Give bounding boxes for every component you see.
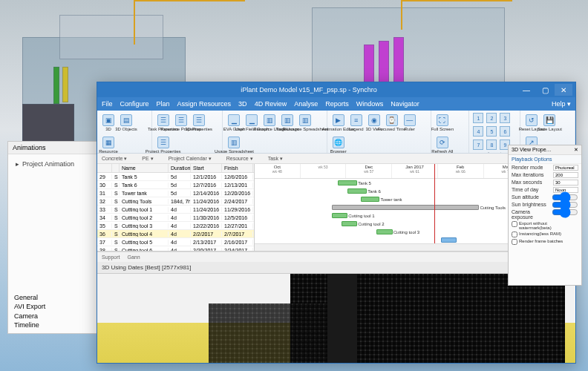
gantt-bar[interactable]: Tank 6: [347, 188, 367, 194]
gantt-bar[interactable]: Cutting tool 1: [332, 213, 348, 218]
3d-viewport[interactable]: [97, 274, 575, 363]
gantt-month: Jan 2017wk 61: [392, 164, 438, 178]
task-row[interactable]: 35SCutting tool 34d12/22/201612/27/201: [97, 222, 254, 230]
3d-view-properties-panel: 3D View Prope… ✕ Playback Options Render…: [508, 145, 582, 286]
task-row[interactable]: 38SCutting tool 64d2/20/20172/24/2017: [97, 246, 254, 251]
task-header[interactable]: Start: [191, 164, 222, 172]
task-header[interactable]: [112, 164, 120, 172]
props-title: 3D View Prope…: [512, 147, 552, 153]
ribbon-browser[interactable]: 🌐Browser: [330, 134, 347, 154]
gantt-bar[interactable]: Tank 5: [338, 180, 357, 186]
minimize-button[interactable]: —: [517, 84, 535, 96]
animations-title: Animations: [13, 144, 46, 151]
gantt-month: wk 53: [301, 164, 347, 178]
close-button[interactable]: ✕: [555, 84, 572, 96]
maximize-button[interactable]: ▢: [536, 84, 554, 96]
ribbon-usage-spreadsheet[interactable]: ▥Usage Spreadsheet: [226, 134, 242, 154]
layout-preset-2[interactable]: 2: [486, 113, 497, 123]
menu-3d[interactable]: 3D: [238, 100, 247, 108]
menu-file[interactable]: File: [102, 100, 113, 108]
subbar-concrete[interactable]: Concrete ▾: [102, 156, 127, 162]
prop-slider[interactable]: Camera exposure: [509, 209, 581, 220]
layout-preset-7[interactable]: 7: [473, 139, 483, 150]
task-table[interactable]: NameDurationStartFinish 29STank 55d12/1/…: [97, 164, 255, 251]
menu-reports[interactable]: Reports: [325, 100, 349, 108]
ribbon: ▣3D▤3D Objects▦ResourceCommon☰Task Prope…: [97, 111, 575, 154]
task-row[interactable]: 33SCutting tool 14d11/24/201611/29/2016: [97, 206, 254, 214]
task-row[interactable]: 36SCutting tool 44d2/2/20172/7/2017: [97, 230, 254, 238]
menu-plan[interactable]: Plan: [157, 100, 170, 108]
ribbon-focused-time[interactable]: ⌚Focused Time: [384, 112, 400, 133]
layout-preset-4[interactable]: 4: [473, 126, 483, 137]
subbar-task[interactable]: Task ▾: [268, 156, 283, 162]
layout-preset-6[interactable]: 6: [500, 126, 510, 137]
prop-checkbox[interactable]: Render frame batches: [509, 238, 581, 246]
titlebar: iPlant Demo Model v15_MF_psp.sp - Synchr…: [97, 82, 575, 97]
ribbon-3d-properties[interactable]: ☰3D Properties: [191, 112, 207, 133]
status-tab[interactable]: Gann: [128, 255, 140, 260]
gantt-bar[interactable]: Tower tank: [361, 197, 380, 202]
task-header[interactable]: Name: [120, 164, 169, 172]
gantt-bar[interactable]: Cutting tool 2: [342, 221, 358, 226]
3d-view-header: 3D Using Dates [Best] [2577x981] 📌 ▾ ✕: [97, 262, 575, 274]
window-title: iPlant Demo Model v15_MF_psp.sp - Synchr…: [100, 86, 517, 93]
task-header[interactable]: Finish: [222, 164, 253, 172]
ribbon-ruler[interactable]: —Ruler: [402, 112, 418, 133]
ribbon-resource[interactable]: ▦Resource: [100, 134, 117, 154]
context-bar: Concrete ▾PE ▾Project Calendar ▾Resource…: [97, 154, 575, 164]
gantt-bar[interactable]: Cutting Tools: [332, 205, 480, 210]
layout-preset-1[interactable]: 1: [473, 113, 483, 123]
ribbon-legend[interactable]: ≡Legend: [348, 112, 365, 133]
task-row[interactable]: 37SCutting tool 54d2/13/20172/16/2017: [97, 238, 254, 246]
ribbon-full-screen[interactable]: ⛶Full Screen: [434, 112, 451, 133]
subbar-resource[interactable]: Resource ▾: [226, 156, 253, 162]
main-window: iPlant Demo Model v15_MF_psp.sp - Synchr…: [97, 82, 576, 364]
props-section: Playback Options: [509, 155, 581, 164]
ribbon-save-layout[interactable]: 💾Save Layout: [541, 112, 558, 133]
menu-configure[interactable]: Configure: [120, 100, 149, 108]
menu-assign-resources[interactable]: Assign Resources: [177, 100, 232, 108]
gantt-month: Febwk 66: [438, 164, 484, 178]
ribbon-refresh-all[interactable]: ⟳Refresh All: [434, 134, 451, 154]
prop-checkbox[interactable]: Instancing(less RAM): [509, 231, 581, 238]
prop-field[interactable]: Max seconds30: [509, 179, 581, 186]
task-row[interactable]: 30STank 65d12/7/201612/13/201: [97, 181, 254, 189]
subbar-pe[interactable]: PE ▾: [142, 156, 153, 162]
gantt-status-bar: SupportGann: [97, 252, 575, 262]
ribbon-resource-spreadsheet[interactable]: ▥Resource Spreadsheet: [297, 112, 313, 133]
layout-preset-8[interactable]: 8: [486, 139, 497, 150]
task-header[interactable]: Duration: [169, 164, 191, 172]
prop-field[interactable]: Max iterations200: [509, 171, 581, 179]
task-row[interactable]: 34SCutting tool 24d11/30/201612/5/2016: [97, 214, 254, 222]
menubar: FileConfigurePlanAssign Resources3D4D Re…: [97, 97, 575, 111]
gantt-bar[interactable]: Cutting tool 3: [376, 229, 393, 234]
gantt-month: Decwk 57: [346, 164, 392, 178]
ribbon-project-properties[interactable]: ☰Project Properties: [155, 134, 172, 154]
chevron-right-icon: ▸: [16, 160, 19, 168]
ribbon-3d-objects[interactable]: ▤3D Objects: [118, 112, 134, 133]
gantt-month: Octwk 48: [255, 164, 301, 178]
task-gantt-row: NameDurationStartFinish 29STank 55d12/1/…: [97, 164, 575, 252]
menu-navigator[interactable]: Navigator: [391, 100, 419, 108]
task-header[interactable]: [97, 164, 112, 172]
menu-windows[interactable]: Windows: [356, 100, 384, 108]
prop-field[interactable]: Render modePhotoreal: [509, 164, 581, 171]
menu-analyse[interactable]: Analyse: [294, 100, 318, 108]
prop-checkbox[interactable]: Export without watermark(beta): [509, 220, 581, 231]
layout-preset-5[interactable]: 5: [486, 126, 497, 137]
ribbon-animation-editor[interactable]: ▶Animation Editor: [330, 112, 347, 133]
today-marker: [434, 164, 435, 251]
task-row[interactable]: 31STower tank5d12/14/201612/20/2016: [97, 189, 254, 197]
layout-preset-3[interactable]: 3: [500, 113, 510, 123]
menu-4d-review[interactable]: 4D Review: [255, 100, 287, 108]
task-row[interactable]: 32SCutting Tools184d, 7h11/24/20162/24/2…: [97, 197, 254, 206]
close-icon[interactable]: ✕: [574, 147, 578, 153]
subbar-project-calendar[interactable]: Project Calendar ▾: [169, 156, 212, 162]
gantt-bar[interactable]: [441, 237, 457, 243]
3d-view-title: 3D Using Dates [Best] [2577x981]: [102, 264, 192, 271]
ribbon-3d[interactable]: ▣3D: [100, 112, 117, 133]
menu-help[interactable]: Help ▾: [552, 100, 571, 108]
task-row[interactable]: 29STank 55d12/1/201612/6/2016: [97, 173, 254, 181]
status-tab[interactable]: Support: [102, 255, 120, 260]
